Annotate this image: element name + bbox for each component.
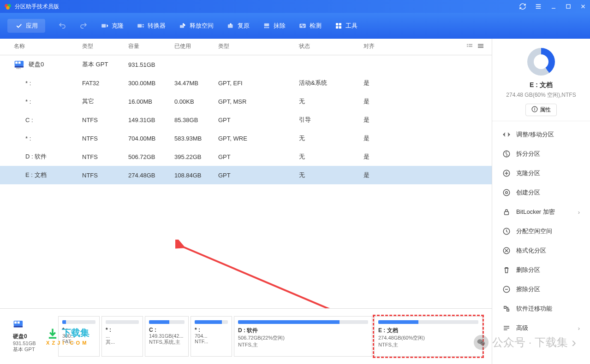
svg-rect-12 xyxy=(336,26,338,29)
svg-rect-11 xyxy=(339,23,341,25)
operation-item[interactable]: 创建分区 xyxy=(492,183,590,202)
undo-button[interactable] xyxy=(58,22,66,30)
refresh-icon[interactable] xyxy=(519,3,526,10)
app-title: 分区助手技术员版 xyxy=(15,3,519,11)
svg-rect-6 xyxy=(180,25,184,28)
info-icon xyxy=(531,106,538,114)
partition-row[interactable]: * : 其它 16.00MB 0.00KB GPT, MSR 无 是 xyxy=(0,92,492,111)
col-align[interactable]: 对齐 xyxy=(360,42,401,51)
col-used[interactable]: 已使用 xyxy=(171,42,215,51)
disk-map-block[interactable]: * : 300... FAT... xyxy=(58,316,100,357)
col-name[interactable]: 名称 xyxy=(0,42,78,51)
chevron-right-icon: › xyxy=(578,209,580,216)
op-icon xyxy=(502,305,511,313)
col-status[interactable]: 状态 xyxy=(295,42,360,51)
operation-item[interactable]: 软件迁移功能 xyxy=(492,299,590,318)
properties-button[interactable]: 属性 xyxy=(525,104,557,116)
toolbar-clone[interactable]: 克隆 xyxy=(101,22,124,30)
annotation-arrow xyxy=(175,240,387,308)
toolbar: 应用 克隆 转换器 释放空间 复原 抹除 检测 工具 xyxy=(0,13,590,39)
svg-rect-33 xyxy=(534,109,535,111)
operation-item[interactable]: 格式化分区 xyxy=(492,241,590,260)
check-pulse-icon xyxy=(298,22,307,30)
partition-row[interactable]: * : FAT32 300.00MB 34.47MB GPT, EFI 活动&系… xyxy=(0,74,492,92)
toolbar-check[interactable]: 检测 xyxy=(298,22,322,30)
wipe-icon xyxy=(262,22,271,30)
op-icon xyxy=(502,130,511,139)
svg-rect-4 xyxy=(101,24,106,28)
op-icon xyxy=(502,169,511,177)
apply-button[interactable]: 应用 xyxy=(7,19,45,33)
list-view-icon[interactable] xyxy=(466,42,473,51)
operation-item[interactable]: 擦除分区 xyxy=(492,280,590,299)
partition-row[interactable]: C : NTFS 149.31GB 85.38GB GPT 引导 是 xyxy=(0,111,492,129)
svg-rect-28 xyxy=(14,326,23,327)
operation-item[interactable]: 删除分区 xyxy=(492,260,590,280)
app-logo-icon xyxy=(4,2,12,11)
svg-text:SSD: SSD xyxy=(16,68,21,69)
disk-map-block[interactable]: * : ... 其... xyxy=(101,316,143,357)
toolbar-converter[interactable]: 转换器 xyxy=(137,22,166,30)
disk-map-block[interactable]: C : 149.31GB(42... NTFS,系统,主 xyxy=(145,316,189,357)
operation-item[interactable]: BitLocker 加密› xyxy=(492,202,590,222)
op-icon xyxy=(502,247,511,255)
op-icon xyxy=(502,208,511,216)
partition-row[interactable]: D : 软件 NTFS 506.72GB 395.22GB GPT 无 是 xyxy=(0,147,492,166)
usage-pie-icon xyxy=(527,48,555,76)
minimize-icon[interactable] xyxy=(550,3,557,10)
title-bar: 分区助手技术员版 xyxy=(0,0,590,13)
check-icon xyxy=(15,22,23,30)
toolbar-tools[interactable]: 工具 xyxy=(334,22,358,30)
right-panel: E : 文档 274.48 GB(60% 空闲),NTFS 属性 调整/移动分区… xyxy=(492,39,590,364)
disk-map: 硬盘0 931.51GB 基本 GPT * : 300... FAT... * … xyxy=(0,308,492,364)
svg-rect-7 xyxy=(228,24,233,28)
operation-item[interactable]: 高级› xyxy=(492,318,590,338)
svg-rect-30 xyxy=(18,322,20,324)
converter-icon xyxy=(137,22,145,30)
svg-point-2 xyxy=(6,6,10,10)
operation-item[interactable]: 拆分分区 xyxy=(492,144,590,164)
disk-map-info[interactable]: 硬盘0 931.51GB 基本 GPT xyxy=(9,316,55,357)
svg-rect-5 xyxy=(137,24,142,28)
op-icon xyxy=(502,266,511,274)
svg-point-37 xyxy=(506,192,508,194)
partition-row[interactable]: E : 文档 NTFS 274.48GB 108.84GB GPT 无 是 xyxy=(0,166,492,184)
maximize-icon[interactable] xyxy=(565,3,572,10)
svg-rect-3 xyxy=(566,5,570,8)
svg-rect-19 xyxy=(478,46,483,47)
op-icon xyxy=(502,150,511,158)
col-capacity[interactable]: 容量 xyxy=(125,42,171,51)
clone-icon xyxy=(101,22,109,30)
partition-row[interactable]: * : NTFS 704.00MB 583.93MB GPT, WRE 无 是 xyxy=(0,129,492,147)
chevron-right-icon: › xyxy=(578,325,580,332)
svg-rect-42 xyxy=(504,306,507,309)
disk-row[interactable]: SSD 硬盘0 基本 GPT 931.51GB xyxy=(0,55,492,74)
svg-rect-8 xyxy=(264,23,269,26)
col-type1[interactable]: 类型 xyxy=(78,42,125,51)
disk-map-block[interactable]: * : 704... NTF... xyxy=(191,316,232,357)
compact-view-icon[interactable] xyxy=(477,42,484,51)
operation-item[interactable]: 克隆分区 xyxy=(492,164,590,183)
ssd-icon: SSD xyxy=(14,60,26,69)
toolbar-wipe[interactable]: 抹除 xyxy=(262,22,286,30)
operation-item[interactable]: 调整/移动分区 xyxy=(492,125,590,144)
table-header: 名称 类型 容量 已使用 类型 状态 对齐 xyxy=(0,39,492,55)
operation-item[interactable]: 分配空闲空间 xyxy=(492,222,590,241)
svg-rect-13 xyxy=(339,26,341,29)
svg-rect-17 xyxy=(469,46,472,47)
svg-rect-29 xyxy=(14,322,17,324)
toolbar-free-space[interactable]: 释放空间 xyxy=(179,22,214,30)
disk-map-block[interactable]: E : 文档 274.48GB(60%空闲) NTFS,主 xyxy=(374,316,483,357)
svg-rect-15 xyxy=(469,44,472,45)
toolbar-restore[interactable]: 复原 xyxy=(226,22,250,30)
op-icon xyxy=(502,285,511,294)
disk-map-block[interactable]: D : 软件 506.72GB(22%空闲) NTFS,主 xyxy=(234,316,372,357)
tools-icon xyxy=(334,22,343,30)
redo-button[interactable] xyxy=(79,22,88,30)
menu-icon[interactable] xyxy=(535,3,542,10)
close-icon[interactable] xyxy=(580,3,586,10)
col-type2[interactable]: 类型 xyxy=(215,42,295,51)
svg-rect-25 xyxy=(18,62,21,64)
svg-rect-24 xyxy=(15,62,18,64)
op-icon xyxy=(502,324,511,332)
